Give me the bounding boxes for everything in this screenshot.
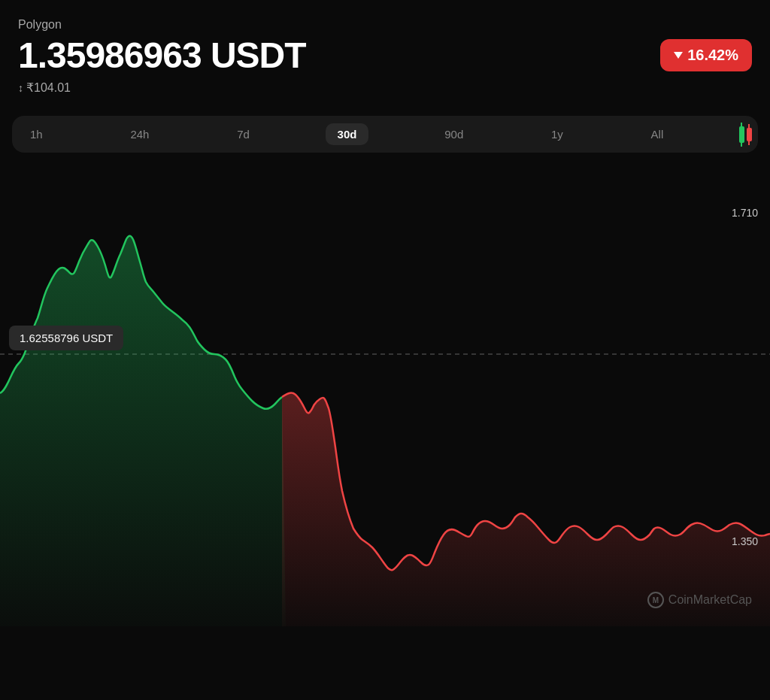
timeframe-bar: 1h 24h 7d 30d 90d 1y All [12, 116, 758, 153]
timeframe-24h[interactable]: 24h [118, 123, 161, 145]
price-display: 1.35986963 USDT [18, 35, 306, 76]
timeframe-7d[interactable]: 7d [225, 123, 262, 145]
timeframe-all[interactable]: All [639, 123, 676, 145]
candlestick-toggle[interactable] [739, 126, 752, 143]
price-label-high: 1.710 [732, 207, 758, 219]
watermark-text: CoinMarketCap [668, 593, 752, 607]
chart-container: 1.710 1.350 1.62558796 USDT M CoinMarket… [0, 160, 770, 626]
change-badge: 16.42% [660, 39, 752, 71]
watermark: M CoinMarketCap [647, 592, 752, 608]
arrow-down-icon [674, 52, 683, 59]
timeframe-1y[interactable]: 1y [539, 123, 575, 145]
inr-value: ₹104.01 [26, 80, 71, 95]
header: Polygon 1.35986963 USDT 16.42% ↕ ₹104.01 [0, 0, 770, 116]
timeframe-30d[interactable]: 30d [326, 123, 369, 145]
timeframe-90d[interactable]: 90d [432, 123, 475, 145]
price-label-low: 1.350 [732, 535, 758, 547]
change-percent: 16.42% [687, 47, 738, 64]
candle-red-icon [747, 128, 752, 141]
price-chart [0, 160, 770, 626]
candle-green-icon [739, 126, 744, 143]
cmc-logo-icon: M [647, 592, 664, 608]
timeframe-1h[interactable]: 1h [18, 123, 55, 145]
price-tooltip: 1.62558796 USDT [9, 326, 123, 350]
coin-name: Polygon [18, 18, 752, 32]
price-row: 1.35986963 USDT 16.42% [18, 35, 752, 76]
updown-arrows-icon: ↕ [18, 82, 23, 94]
inr-price: ↕ ₹104.01 [18, 80, 752, 95]
